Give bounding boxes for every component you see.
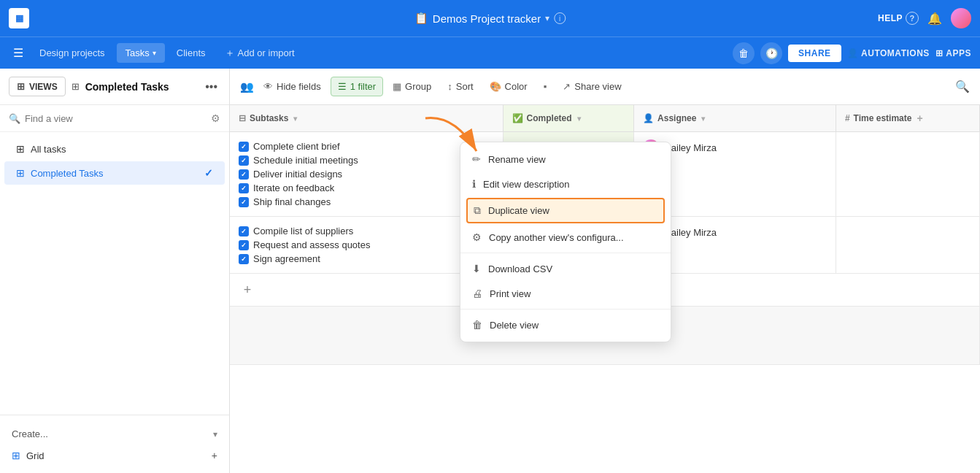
grid-add-button[interactable]: +: [212, 450, 217, 461]
add-row-button[interactable]: +: [239, 281, 256, 299]
subtask-checkbox[interactable]: [239, 155, 249, 166]
share-view-icon: ↗: [563, 81, 571, 92]
help-label: HELP: [878, 13, 903, 23]
gallery-button[interactable]: ▪: [537, 77, 554, 96]
hide-fields-button[interactable]: 👁 Hide fields: [257, 77, 328, 96]
add-column-icon[interactable]: +: [917, 112, 922, 124]
table-search-icon[interactable]: 🔍: [955, 80, 970, 93]
project-title-area: 📋 Demos Project tracker ▾ i: [414, 12, 566, 25]
subtask-checkbox[interactable]: [239, 169, 249, 180]
settings-gear-icon[interactable]: ⚙: [211, 112, 220, 124]
color-button[interactable]: 🎨 Color: [483, 77, 534, 96]
views-button[interactable]: ⊞ VIEWS: [9, 77, 66, 96]
tab-tasks[interactable]: Tasks ▾: [117, 43, 165, 63]
main-content: ⊞ VIEWS ⊞ Completed Tasks ••• 🔍 ⚙ ⊞ All …: [0, 69, 980, 473]
top-nav-right: HELP ? 🔔: [878, 8, 971, 28]
duplicate-view-icon: ⧉: [474, 204, 481, 217]
context-menu: ✏ Rename view ℹ Edit view description ⧉ …: [460, 142, 671, 342]
subtask-checkbox[interactable]: [239, 240, 249, 250]
subtask-item: Request and assess quotes: [239, 238, 494, 252]
history-button[interactable]: 🕐: [760, 42, 782, 64]
add-import-button[interactable]: ＋ Add or import: [217, 42, 302, 64]
automations-icon: 👤: [847, 48, 859, 58]
trash-button[interactable]: 🗑: [733, 42, 755, 64]
user-avatar[interactable]: [951, 8, 971, 28]
notifications-bell-icon[interactable]: 🔔: [927, 12, 942, 26]
edit-description-icon: ℹ: [472, 178, 476, 190]
filter-button[interactable]: ☰ 1 filter: [331, 77, 383, 96]
sidebar-item-all-tasks[interactable]: ⊞ All tasks: [4, 137, 225, 161]
tab-design-projects[interactable]: Design projects: [31, 43, 114, 63]
subtask-checkbox[interactable]: [239, 183, 249, 193]
share-view-button[interactable]: ↗ Share view: [556, 77, 628, 96]
assignee-sort-icon[interactable]: ▾: [701, 115, 705, 123]
sort-button[interactable]: ↕ Sort: [441, 77, 479, 96]
print-view-icon: 🖨: [472, 288, 482, 299]
second-navigation: ☰ Design projects Tasks ▾ Clients ＋ Add …: [0, 36, 980, 69]
grid-item[interactable]: ⊞ Grid +: [9, 445, 220, 466]
subtask-checkbox[interactable]: [239, 197, 249, 207]
subtask-checkbox[interactable]: [239, 226, 249, 236]
assignee-col-icon: 👤: [643, 113, 654, 123]
filter-icon: ☰: [338, 81, 347, 92]
apps-button[interactable]: ⊞ APPS: [935, 48, 971, 58]
completed-sort-icon[interactable]: ▾: [577, 115, 581, 123]
project-name: Demos Project tracker: [433, 12, 541, 25]
sidebar-bottom: Create... ▾ ⊞ Grid +: [0, 415, 229, 473]
project-icon: 📋: [414, 12, 428, 25]
group-button[interactable]: ▦ Group: [386, 77, 438, 96]
gallery-icon: ▪: [544, 81, 547, 92]
view-more-button[interactable]: •••: [202, 77, 220, 96]
subtask-item: Deliver initial designs: [239, 167, 494, 181]
project-info-icon[interactable]: i: [554, 12, 566, 24]
completed-col-icon: ✅: [512, 113, 523, 123]
time-estimate-cell-2: [836, 217, 979, 274]
menu-item-download-csv[interactable]: ⬇ Download CSV: [460, 256, 671, 281]
table-header-row: ⊟ Subtasks ▾ ✅ Completed ▾: [230, 105, 980, 132]
subtasks-sort-icon[interactable]: ▾: [293, 115, 297, 123]
hamburger-menu-button[interactable]: ☰: [9, 42, 28, 64]
completed-tasks-grid-icon: ⊞: [16, 167, 25, 179]
hide-fields-icon: 👁: [263, 81, 273, 92]
subtask-checkbox[interactable]: [239, 254, 249, 264]
menu-item-edit-view-description[interactable]: ℹ Edit view description: [460, 172, 671, 196]
active-view-grid-icon: ⊞: [72, 81, 80, 92]
top-navigation: ▦ 📋 Demos Project tracker ▾ i HELP ? 🔔: [0, 0, 980, 36]
views-grid-icon: ⊞: [17, 81, 25, 92]
sidebar-search-area: 🔍 ⚙: [0, 105, 229, 132]
context-menu-overlay: ✏ Rename view ℹ Edit view description ⧉ …: [460, 142, 671, 342]
share-button[interactable]: SHARE: [788, 45, 841, 62]
automations-button[interactable]: 👤 AUTOMATIONS: [847, 48, 930, 58]
menu-item-copy-view-config[interactable]: ⚙ Copy another view's configura...: [460, 225, 671, 250]
assignee-column-header: 👤 Assignee ▾: [634, 105, 836, 132]
rename-view-icon: ✏: [472, 153, 481, 165]
menu-item-delete-view[interactable]: 🗑 Delete view: [460, 312, 671, 337]
apps-icon: ⊞: [935, 48, 944, 58]
sidebar-item-completed-tasks[interactable]: ⊞ Completed Tasks ✓: [4, 161, 225, 185]
time-estimate-cell-1: [836, 132, 979, 217]
menu-item-print-view[interactable]: 🖨 Print view: [460, 281, 671, 306]
subtasks-column-header: ⊟ Subtasks ▾: [230, 105, 503, 132]
menu-item-rename-view[interactable]: ✏ Rename view: [460, 147, 671, 172]
subtask-item: Complete client brief: [239, 139, 494, 153]
menu-item-duplicate-view[interactable]: ⧉ Duplicate view: [466, 198, 665, 223]
group-icon: ▦: [393, 81, 401, 92]
tab-clients[interactable]: Clients: [168, 43, 215, 63]
completed-column-header: ✅ Completed ▾: [503, 105, 634, 132]
help-button[interactable]: HELP ?: [878, 12, 919, 25]
right-panel: 👥 👁 Hide fields ☰ 1 filter ▦ Group ↕ Sor…: [230, 69, 980, 473]
sidebar-search-input[interactable]: [25, 113, 207, 124]
time-estimate-column-header: # Time estimate +: [836, 105, 979, 132]
app-logo[interactable]: ▦: [9, 8, 29, 28]
create-section[interactable]: Create... ▾: [9, 423, 220, 445]
menu-divider: [460, 253, 671, 253]
people-icon[interactable]: 👥: [240, 80, 254, 93]
project-dropdown-arrow[interactable]: ▾: [545, 13, 549, 23]
subtask-checkbox[interactable]: [239, 142, 249, 152]
subtask-item: Compile list of suppliers: [239, 224, 494, 238]
download-csv-icon: ⬇: [472, 263, 481, 274]
tasks-dropdown-arrow: ▾: [153, 49, 156, 57]
copy-config-icon: ⚙: [472, 231, 482, 243]
all-tasks-grid-icon: ⊞: [16, 143, 25, 155]
create-dropdown-arrow: ▾: [213, 429, 217, 439]
